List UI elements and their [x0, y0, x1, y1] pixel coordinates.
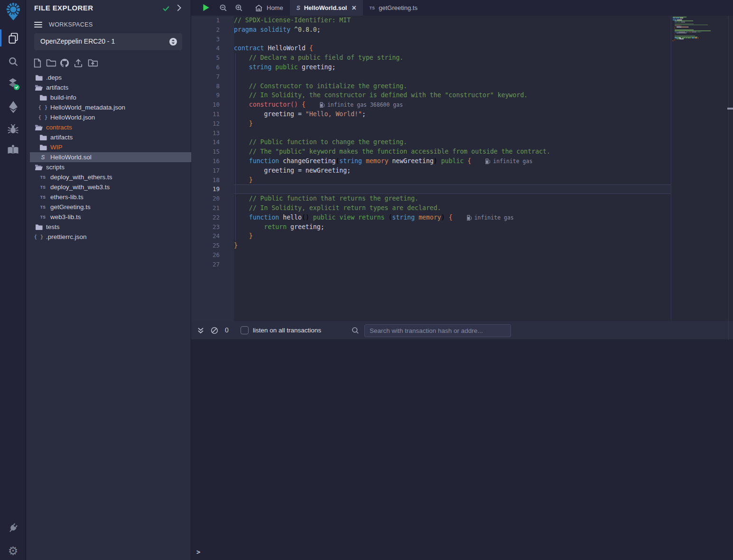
line-number[interactable]: 21	[191, 203, 220, 213]
line-number[interactable]: 23	[191, 222, 220, 232]
code-line[interactable]: function hello() public view returns (st…	[234, 213, 514, 222]
tab-home[interactable]: Home	[248, 0, 290, 16]
publish-to-gist-icon[interactable]	[74, 58, 83, 70]
zoom-out-icon[interactable]	[219, 4, 227, 14]
line-number[interactable]: 4	[191, 44, 220, 53]
sidebar-item-deploy-run[interactable]	[0, 96, 26, 117]
line-number[interactable]: 10	[191, 100, 220, 110]
line-number[interactable]: 16	[191, 156, 220, 166]
code-line[interactable]: constructor() {infinite gas 368600 gas	[234, 100, 403, 110]
line-number[interactable]: 12	[191, 119, 220, 129]
code-line[interactable]: greeting = newGreeting;	[234, 166, 351, 175]
line-number[interactable]: 18	[191, 175, 220, 185]
sidebar-item-solidity-compiler[interactable]	[0, 73, 26, 94]
line-number[interactable]: 6	[191, 63, 220, 72]
collapse-panel-chevron-icon[interactable]	[177, 4, 181, 13]
sidebar-item-plugin-manager[interactable]	[0, 517, 26, 538]
line-number[interactable]: 17	[191, 166, 220, 175]
line-number[interactable]: 8	[191, 82, 220, 91]
new-file-icon[interactable]	[33, 58, 42, 70]
scrollbar-thumb[interactable]	[727, 108, 733, 110]
line-number[interactable]: 15	[191, 147, 220, 156]
code-editor[interactable]: 1// SPDX-License-Identifier: MIT2pragma …	[191, 16, 733, 321]
transaction-search-input[interactable]	[364, 324, 511, 337]
line-number[interactable]: 3	[191, 35, 220, 44]
code-line[interactable]: function changeGreeting(string memory ne…	[234, 156, 532, 166]
sidebar-item-settings[interactable]: ⚙	[0, 541, 26, 560]
line-number[interactable]: 27	[191, 260, 220, 269]
clear-console-ban-icon[interactable]	[211, 327, 218, 336]
file-tree-item[interactable]: SHelloWorld.sol	[30, 152, 191, 162]
new-folder-icon[interactable]	[46, 58, 56, 69]
line-number[interactable]: 26	[191, 250, 220, 260]
line-number[interactable]: 9	[191, 91, 220, 100]
code-line[interactable]: string public greeting;	[234, 63, 335, 72]
minimap[interactable]	[673, 17, 713, 45]
line-number[interactable]: 11	[191, 110, 220, 119]
file-tree-item[interactable]: contracts	[30, 122, 191, 132]
line-number[interactable]: 13	[191, 129, 220, 138]
tab-helloworld-sol[interactable]: SHelloWorld.sol×	[290, 0, 363, 16]
file-tree-item[interactable]: TSethers-lib.ts	[30, 192, 191, 202]
tab-getgreeting-ts[interactable]: TSgetGreeting.ts	[363, 0, 424, 16]
listen-transactions-checkbox[interactable]	[241, 326, 249, 334]
line-number[interactable]: 19	[191, 184, 220, 194]
file-tree-item[interactable]: TSgetGreeting.ts	[30, 202, 191, 212]
code-line[interactable]: greeting = "Hello, World!";	[234, 110, 366, 119]
sol-icon: S	[39, 154, 47, 161]
code-line[interactable]: // SPDX-License-Identifier: MIT	[234, 16, 351, 25]
file-tree-item[interactable]: .deps	[30, 73, 191, 83]
code-line[interactable]: // The "public" keyword makes the functi…	[234, 147, 550, 156]
file-tree-item[interactable]: WIP	[30, 142, 191, 152]
code-line[interactable]: pragma solidity ^0.8.0;	[234, 25, 321, 35]
code-line[interactable]: // Public function to change the greetin…	[234, 138, 407, 147]
file-tree-item[interactable]: TSdeploy_with_ethers.ts	[30, 172, 191, 182]
file-tree-item[interactable]: { }HelloWorld.json	[30, 112, 191, 122]
zoom-in-icon[interactable]	[235, 4, 243, 14]
load-from-local-icon[interactable]	[88, 58, 98, 69]
hamburger-menu-icon[interactable]	[34, 21, 42, 30]
file-tree-item[interactable]: build-info	[30, 92, 191, 102]
expand-terminal-chevrons-icon[interactable]	[197, 327, 204, 336]
line-number[interactable]: 22	[191, 213, 220, 222]
file-tree-item[interactable]: { }HelloWorld_metadata.json	[30, 102, 191, 112]
close-tab-icon[interactable]: ×	[352, 4, 356, 12]
file-tree-item[interactable]: TSdeploy_with_web3.ts	[30, 182, 191, 192]
code-line[interactable]: // In Solidity, explicit return types ar…	[234, 203, 441, 213]
sidebar-item-file-explorer[interactable]	[0, 28, 26, 48]
code-line[interactable]: }	[234, 119, 253, 129]
sidebar-item-debugger[interactable]	[0, 119, 26, 139]
code-line[interactable]: // Declare a public field of type string…	[234, 53, 403, 63]
line-number[interactable]: 1	[191, 16, 220, 25]
sidebar-item-search[interactable]	[0, 51, 26, 72]
sidebar-item-learneth[interactable]	[0, 139, 26, 160]
line-number[interactable]: 5	[191, 53, 220, 63]
code-line[interactable]: }	[234, 175, 253, 185]
code-line[interactable]: }	[234, 231, 253, 241]
file-tree-item[interactable]: artifacts	[30, 132, 191, 142]
code-line[interactable]: contract HelloWorld {	[234, 44, 313, 53]
code-line[interactable]: // Public function that returns the gree…	[234, 194, 418, 203]
terminal-output[interactable]: >	[191, 340, 733, 560]
line-number[interactable]: 20	[191, 194, 220, 203]
line-number[interactable]: 24	[191, 231, 220, 241]
line-number[interactable]: 25	[191, 241, 220, 250]
line-number[interactable]: 2	[191, 25, 220, 35]
file-tree-item[interactable]: scripts	[30, 162, 191, 172]
file-tree-item[interactable]: TSweb3-lib.ts	[30, 212, 191, 222]
line-number[interactable]: 7	[191, 72, 220, 82]
editor-tab-bar: HomeSHelloWorld.sol×TSgetGreeting.ts	[191, 0, 733, 16]
file-tree-item[interactable]: { }.prettierrc.json	[30, 232, 191, 242]
workspace-select[interactable]: OpenZeppelin ERC20 - 1	[34, 33, 182, 50]
file-name: ethers-lib.ts	[50, 193, 84, 201]
code-line[interactable]: return greeting;	[234, 222, 325, 232]
code-line[interactable]: // Constructor to initialize the greetin…	[234, 82, 407, 91]
code-line[interactable]: }	[234, 241, 238, 250]
code-line[interactable]: // In Solidity, the constructor is defin…	[234, 91, 528, 100]
file-tree-item[interactable]: tests	[30, 222, 191, 232]
run-script-button[interactable]	[202, 3, 210, 14]
line-number[interactable]: 14	[191, 138, 220, 147]
github-icon[interactable]	[60, 58, 69, 70]
remix-logo[interactable]	[0, 1, 26, 22]
file-tree-item[interactable]: artifacts	[30, 83, 191, 92]
